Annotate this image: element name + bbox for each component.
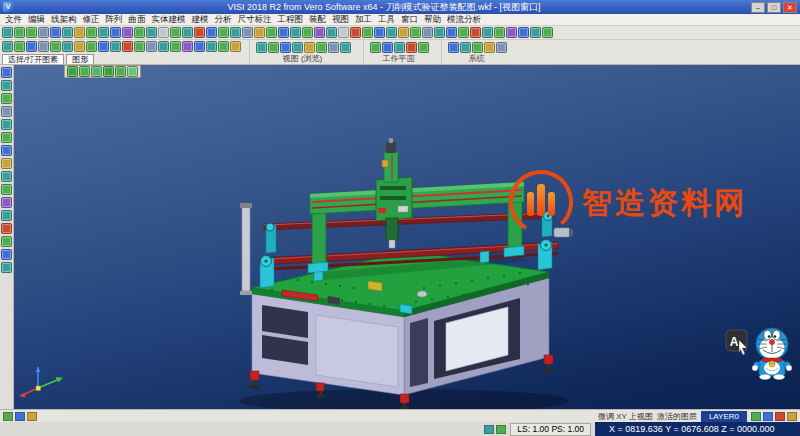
toolbar-icon[interactable]	[458, 27, 469, 38]
status-icon[interactable]	[775, 412, 785, 421]
toolbar-icon[interactable]	[170, 41, 181, 52]
toolbar-icon[interactable]	[398, 27, 409, 38]
toolbar-icon[interactable]	[326, 27, 337, 38]
menu-item[interactable]: 实体建模	[149, 14, 189, 26]
menu-item[interactable]: 修正	[80, 14, 103, 26]
menu-item[interactable]: 文件	[2, 14, 25, 26]
toolbar-icon[interactable]	[158, 41, 169, 52]
toolbar-icon[interactable]	[362, 27, 373, 38]
toolbar-icon[interactable]	[530, 27, 541, 38]
window-control-button[interactable]: –	[751, 2, 765, 13]
toolbar-icon[interactable]	[127, 66, 138, 77]
toolbar-icon[interactable]	[67, 66, 78, 77]
toolbar-icon[interactable]	[1, 262, 12, 273]
toolbar-icon[interactable]	[86, 27, 97, 38]
menu-item[interactable]: 分析	[212, 14, 235, 26]
window-control-button[interactable]: □	[767, 2, 781, 13]
status-icon[interactable]	[496, 425, 506, 434]
toolbar-icon[interactable]	[1, 158, 12, 169]
toolbar-icon[interactable]	[470, 27, 481, 38]
toolbar-icon[interactable]	[460, 42, 471, 53]
toolbar-icon[interactable]	[98, 27, 109, 38]
toolbar-icon[interactable]	[206, 41, 217, 52]
toolbar-icon[interactable]	[91, 66, 102, 77]
menu-item[interactable]: 线架构	[48, 14, 80, 26]
toolbar-icon[interactable]	[26, 41, 37, 52]
toolbar-icon[interactable]	[1, 197, 12, 208]
toolbar-icon[interactable]	[218, 27, 229, 38]
toolbar-icon[interactable]	[496, 42, 507, 53]
toolbar-icon[interactable]	[2, 41, 13, 52]
menu-item[interactable]: 加工	[352, 14, 375, 26]
panel-tab[interactable]: 图形	[66, 54, 94, 64]
toolbar-icon[interactable]	[1, 236, 12, 247]
toolbar-icon[interactable]	[316, 42, 327, 53]
toolbar-icon[interactable]	[134, 41, 145, 52]
toolbar-icon[interactable]	[38, 27, 49, 38]
toolbar-icon[interactable]	[194, 41, 205, 52]
toolbar-icon[interactable]	[386, 27, 397, 38]
toolbar-icon[interactable]	[256, 42, 267, 53]
menu-item[interactable]: 工具	[375, 14, 398, 26]
toolbar-icon[interactable]	[422, 27, 433, 38]
toolbar-icon[interactable]	[122, 27, 133, 38]
toolbar-icon[interactable]	[1, 184, 12, 195]
toolbar-icon[interactable]	[1, 93, 12, 104]
toolbar-icon[interactable]	[278, 27, 289, 38]
status-icon[interactable]	[751, 412, 761, 421]
toolbar-icon[interactable]	[50, 27, 61, 38]
toolbar-icon[interactable]	[182, 27, 193, 38]
toolbar-icon[interactable]	[1, 223, 12, 234]
toolbar-icon[interactable]	[194, 27, 205, 38]
toolbar-icon[interactable]	[38, 41, 49, 52]
toolbar-icon[interactable]	[2, 27, 13, 38]
toolbar-icon[interactable]	[542, 27, 553, 38]
toolbar-icon[interactable]	[62, 41, 73, 52]
menu-item[interactable]: 视图	[329, 14, 352, 26]
3d-canvas[interactable]: 智造资料网 A	[14, 65, 800, 409]
viewport[interactable]: 智造资料网 A	[14, 65, 800, 409]
menu-item[interactable]: 窗口	[398, 14, 421, 26]
toolbar-icon[interactable]	[182, 41, 193, 52]
menu-item[interactable]: 装配	[306, 14, 329, 26]
toolbar-icon[interactable]	[98, 41, 109, 52]
toolbar-icon[interactable]	[74, 41, 85, 52]
menu-item[interactable]: 建模	[189, 14, 212, 26]
toolbar-icon[interactable]	[266, 27, 277, 38]
toolbar-icon[interactable]	[50, 41, 61, 52]
toolbar-icon[interactable]	[146, 41, 157, 52]
toolbar-icon[interactable]	[290, 27, 301, 38]
toolbar-icon[interactable]	[280, 42, 291, 53]
toolbar-icon[interactable]	[122, 41, 133, 52]
toolbar-icon[interactable]	[506, 27, 517, 38]
panel-tab[interactable]: 选择/打开图素	[2, 54, 64, 64]
toolbar-icon[interactable]	[134, 27, 145, 38]
menu-item[interactable]: 编辑	[25, 14, 48, 26]
toolbar-icon[interactable]	[86, 41, 97, 52]
toolbar-icon[interactable]	[14, 27, 25, 38]
toolbar-icon[interactable]	[158, 27, 169, 38]
toolbar-icon[interactable]	[328, 42, 339, 53]
toolbar-icon[interactable]	[350, 27, 361, 38]
toolbar-icon[interactable]	[446, 27, 457, 38]
toolbar-icon[interactable]	[74, 27, 85, 38]
toolbar-icon[interactable]	[110, 41, 121, 52]
active-layer-value[interactable]: LAYER0	[701, 411, 747, 422]
toolbar-icon[interactable]	[79, 66, 90, 77]
toolbar-icon[interactable]	[206, 27, 217, 38]
status-icon[interactable]	[484, 425, 494, 434]
toolbar-icon[interactable]	[1, 132, 12, 143]
toolbar-icon[interactable]	[418, 42, 429, 53]
toolbar-icon[interactable]	[1, 106, 12, 117]
status-icon[interactable]	[3, 412, 13, 421]
toolbar-icon[interactable]	[1, 80, 12, 91]
toolbar-icon[interactable]	[374, 27, 385, 38]
toolbar-icon[interactable]	[302, 27, 313, 38]
toolbar-icon[interactable]	[340, 42, 351, 53]
toolbar-icon[interactable]	[146, 27, 157, 38]
status-icon[interactable]	[15, 412, 25, 421]
toolbar-icon[interactable]	[382, 42, 393, 53]
window-control-button[interactable]: ✕	[783, 2, 797, 13]
toolbar-icon[interactable]	[448, 42, 459, 53]
toolbar-icon[interactable]	[292, 42, 303, 53]
